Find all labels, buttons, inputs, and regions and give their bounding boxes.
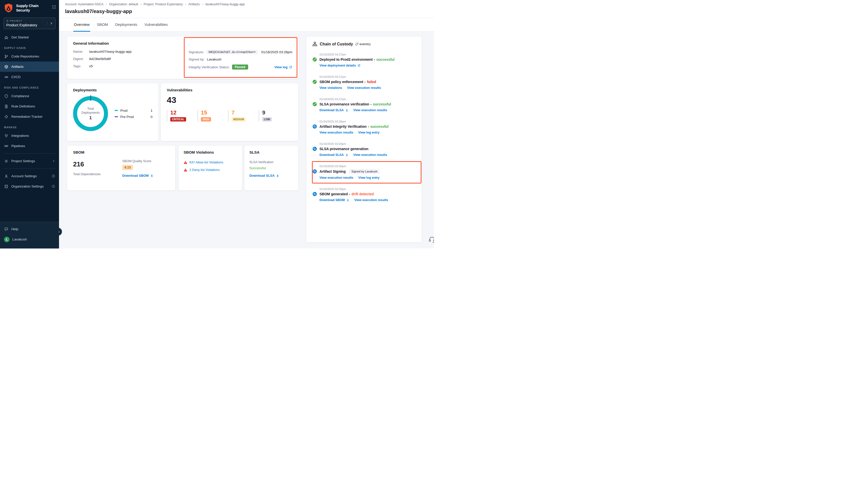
page-header: Account: Automation-SSCA > Organization:… (59, 0, 434, 18)
general-information-card: General Information Name: lavakush07/eas… (67, 37, 298, 79)
signature-value: MEQCICde2VjIT...bL+2+mqnOXw== (207, 50, 258, 54)
breadcrumb: Account: Automation-SSCA > Organization:… (65, 2, 428, 6)
breadcrumb-project[interactable]: Project: Product Exploratory (144, 2, 183, 6)
sidebar-item-artifacts[interactable]: Artifacts (0, 61, 59, 72)
event-status: successful (370, 125, 388, 129)
event-status: failed (367, 80, 376, 84)
sidebar-item-help[interactable]: Help (0, 224, 59, 234)
sidebar-item-label: Help (11, 227, 18, 231)
card-title: General Information (73, 41, 292, 45)
legend-label: Pre Prod (120, 115, 134, 119)
view-execution-results-link[interactable]: View execution results (347, 86, 381, 90)
scan-event-icon (312, 169, 317, 174)
view-log-entry-link[interactable]: View log entry (359, 176, 380, 180)
view-violations-link[interactable]: View violations (320, 86, 342, 90)
breadcrumb-current[interactable]: lavakush07/easy-buggy-app (206, 2, 244, 6)
event-title: Artifact Signing (320, 169, 346, 173)
sidebar-item-remediation-tracker[interactable]: Remediation Tracker (0, 111, 59, 122)
home-icon (4, 36, 9, 39)
sidebar-item-rule-definitions[interactable]: Rule Definitions (0, 101, 59, 111)
sidebar-item-code-repositories[interactable]: Code Repositories (0, 51, 59, 61)
download-icon (276, 174, 279, 177)
download-icon (345, 153, 348, 156)
download-sbom-link[interactable]: Download SBOM (320, 198, 349, 202)
view-log-entry-link[interactable]: View log entry (359, 131, 380, 134)
sidebar-item-label: Compliance (11, 94, 29, 98)
severity-high: 15 HIGH (197, 110, 228, 122)
sbom-row: SBOM 216 Total Dependencies SBOM Quality… (67, 146, 298, 190)
shield-icon (4, 94, 9, 98)
breadcrumb-account[interactable]: Account: Automation-SSCA (65, 2, 103, 6)
project-selector-name: Product Exploratory (6, 23, 46, 27)
signature-label: Signature: (188, 50, 204, 54)
view-execution-results-link[interactable]: View execution results (354, 198, 388, 202)
view-execution-results-link[interactable]: View execution results (353, 153, 387, 157)
sidebar-item-cicd[interactable]: CI/CD (0, 72, 59, 82)
signature-section: Signature: MEQCICde2VjIT...bL+2+mqnOXw==… (188, 50, 292, 72)
signed-by-value: Lavakush (207, 57, 222, 61)
legend-swatch-teal (114, 110, 118, 111)
field-label: Tags: (73, 64, 89, 68)
download-sbom-label: Download SBOM (122, 174, 149, 178)
download-sbom-link[interactable]: Download SBOM (122, 174, 153, 178)
sidebar-item-account-settings[interactable]: Account Settings (0, 171, 59, 181)
download-slsa-link[interactable]: Download SLSA (320, 109, 348, 112)
scan-event-icon (312, 146, 317, 151)
breadcrumb-separator: > (140, 3, 142, 6)
support-chat-icon[interactable] (429, 236, 434, 243)
severity-chip: HIGH (201, 117, 211, 122)
download-slsa-link[interactable]: Download SLSA (249, 174, 279, 178)
avatar: L (4, 237, 10, 242)
legend-item-pre-prod: Pre Prod 0 (114, 115, 152, 119)
sidebar-item-pipelines[interactable]: Pipelines (0, 141, 59, 151)
view-execution-results-link[interactable]: View execution results (320, 131, 353, 134)
metrics-row: Deployments Total Deployments 1 (67, 83, 298, 141)
tab-sbom[interactable]: SBOM (96, 18, 109, 32)
view-log-link[interactable]: View log (275, 65, 293, 69)
tab-vulnerabilities[interactable]: Vulnerabilities (144, 18, 168, 32)
deny-list-violations-link[interactable]: 2 Deny list Violations (184, 168, 237, 172)
allow-list-violations-link[interactable]: 637 Allow list Violations (184, 160, 237, 164)
event-status: successful (376, 57, 394, 61)
donut-total-value: 1 (89, 115, 92, 120)
nav-section-supply-chain: SUPPLY CHAIN (0, 42, 59, 51)
apps-grid-icon[interactable] (52, 3, 56, 9)
sidebar-header: Supply Chain Security (0, 0, 59, 15)
project-selector[interactable]: PROJECT Product Exploratory (3, 17, 56, 29)
card-title: SBOM (73, 150, 169, 154)
event-sbom-generated: 01/16/2025 03:25pm SBOM generated- drift… (312, 187, 416, 202)
event-timestamp: 01/16/2025 03:27pm (320, 98, 416, 101)
event-slsa-provenance-generation: 01/16/2025 03:26pm SLSA provenance gener… (312, 142, 416, 157)
event-slsa-provenance-verification: 01/16/2025 03:27pm SLSA provenance verif… (312, 98, 416, 112)
sidebar-item-label: Artifacts (11, 65, 24, 69)
project-selector-meta: PROJECT Product Exploratory (6, 19, 46, 27)
view-execution-results-link[interactable]: View execution results (320, 176, 353, 180)
legend-item-prod: Prod 1 (114, 109, 152, 112)
download-slsa-link[interactable]: Download SLSA (320, 153, 348, 157)
event-timestamp: 01/16/2025 03:26pm (320, 165, 416, 168)
breadcrumb-artifacts[interactable]: Artifacts (188, 2, 200, 6)
field-value: v5 (89, 64, 93, 68)
tab-overview[interactable]: Overview (73, 18, 90, 32)
branch-icon (4, 55, 9, 58)
hierarchy-icon (312, 42, 317, 46)
view-deployment-details-link[interactable]: View deployment details (320, 64, 360, 67)
field-name: Name: lavakush07/easy-buggy-app (73, 50, 188, 54)
sidebar-item-label: Get Started (11, 36, 29, 39)
breadcrumb-organization[interactable]: Organization: default (109, 2, 138, 6)
sidebar-item-organization-settings[interactable]: Organization Settings (0, 181, 59, 191)
sidebar-item-project-settings[interactable]: Project Settings (0, 156, 59, 166)
slsa-verification-label: SLSA Verification (249, 160, 293, 164)
sidebar-item-get-started[interactable]: Get Started (0, 32, 59, 42)
sidebar-item-compliance[interactable]: Compliance (0, 91, 59, 101)
download-icon (150, 174, 153, 177)
sidebar-item-label: Project Settings (11, 159, 35, 163)
sidebar-item-integrations[interactable]: Integrations (0, 130, 59, 141)
page-title: lavakush07/easy-buggy-app (65, 9, 428, 14)
tab-deployments[interactable]: Deployments (115, 18, 138, 32)
view-execution-results-link[interactable]: View execution results (353, 109, 387, 112)
sidebar-user[interactable]: L Lavakush (0, 234, 59, 244)
field-value: 8d23bd3b5d8f (89, 57, 111, 61)
event-timestamp: 01/16/2025 03:27pm (320, 75, 416, 78)
event-artifact-signing: 01/16/2025 03:26pm Artifact Signing Sign… (312, 165, 416, 180)
